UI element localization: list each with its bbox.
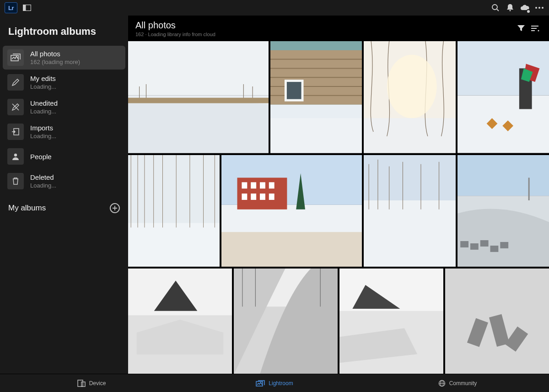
photo-thumbnail[interactable] (221, 155, 362, 267)
more-icon[interactable] (534, 3, 544, 13)
sidebar-item-label: All photos (30, 50, 80, 58)
svg-rect-59 (269, 182, 274, 188)
filter-icon[interactable] (514, 21, 528, 35)
app-logo: Lr (5, 2, 17, 13)
svg-rect-66 (364, 155, 455, 200)
photo-thumbnail[interactable] (234, 268, 338, 374)
svg-rect-22 (128, 98, 269, 103)
my-albums-label: My albums (8, 204, 46, 213)
svg-rect-16 (128, 41, 269, 96)
photo-thumbnail[interactable] (128, 155, 220, 267)
svg-point-6 (538, 7, 540, 9)
sidebar-item-sublabel: Loading... (30, 83, 56, 90)
sidebar-item-label: Unedited (30, 99, 58, 107)
bottom-tab-bar: Device Lightroom Community (0, 374, 549, 392)
svg-rect-61 (251, 193, 257, 200)
photo-grid (128, 41, 549, 374)
import-icon (7, 124, 24, 140)
pencil-icon (7, 74, 24, 91)
svg-point-2 (492, 5, 497, 10)
svg-rect-56 (242, 182, 248, 188)
svg-rect-65 (221, 232, 362, 267)
trash-icon (7, 173, 24, 189)
photo-thumbnail[interactable] (458, 155, 549, 267)
svg-rect-67 (364, 200, 455, 267)
svg-line-3 (497, 9, 499, 11)
svg-point-5 (535, 7, 537, 9)
tab-community[interactable]: Community (366, 380, 549, 387)
svg-rect-60 (242, 193, 248, 200)
svg-rect-100 (81, 382, 85, 387)
svg-point-11 (14, 154, 17, 156)
svg-rect-57 (251, 182, 257, 188)
sidebar-item-sublabel: Loading... (30, 133, 56, 140)
svg-rect-78 (480, 240, 488, 247)
svg-rect-79 (490, 245, 498, 252)
search-icon[interactable] (490, 3, 501, 13)
my-albums-header: My albums (3, 193, 125, 216)
person-icon (7, 148, 24, 165)
sort-icon[interactable] (528, 21, 542, 35)
sidebar-item-label: People (30, 153, 52, 161)
svg-point-7 (542, 7, 544, 9)
content-area: All photos 162 · Loading library info fr… (128, 16, 549, 374)
sidebar-item-sublabel: 162 (loading more) (30, 59, 80, 65)
sidebar-item-label: My edits (30, 75, 56, 82)
sidebar: Lightroom albums All photos 162 (loading… (0, 16, 128, 374)
tab-label: Community (449, 380, 477, 387)
tab-device[interactable]: Device (0, 380, 183, 387)
svg-point-4 (509, 10, 511, 11)
sidebar-item-sublabel: Loading... (30, 108, 58, 115)
no-edit-icon (7, 99, 24, 115)
sidebar-item-sublabel: Loading... (30, 182, 56, 189)
sidebar-item-people[interactable]: People (3, 145, 125, 168)
svg-rect-99 (78, 380, 83, 387)
sidebar-nav-list: All photos 162 (loading more) My edits L… (3, 46, 125, 193)
photo-thumbnail[interactable] (364, 41, 455, 153)
svg-line-9 (12, 104, 19, 110)
svg-rect-76 (460, 241, 468, 247)
sidebar-item-all-photos[interactable]: All photos 162 (loading more) (3, 46, 125, 70)
photo-thumbnail[interactable] (128, 41, 269, 153)
photo-thumbnail[interactable] (339, 268, 443, 374)
tab-label: Device (89, 380, 106, 387)
sidebar-item-my-edits[interactable]: My edits Loading... (3, 70, 125, 94)
photo-thumbnail[interactable] (445, 268, 549, 374)
add-album-button[interactable] (110, 203, 120, 213)
photo-thumbnail[interactable] (364, 155, 455, 267)
tab-lightroom[interactable]: Lightroom (183, 380, 366, 387)
sidebar-item-label: Imports (30, 124, 56, 132)
photo-thumbnail[interactable] (458, 41, 549, 153)
svg-rect-77 (470, 243, 479, 250)
svg-rect-62 (260, 193, 265, 200)
sidebar-item-imports[interactable]: Imports Loading... (3, 120, 125, 144)
svg-rect-38 (458, 96, 549, 153)
svg-rect-74 (458, 155, 549, 196)
tab-label: Lightroom (269, 380, 293, 387)
svg-rect-58 (260, 182, 265, 188)
panel-toggle-icon[interactable] (22, 3, 32, 13)
svg-rect-33 (270, 118, 362, 153)
svg-rect-80 (500, 242, 508, 248)
svg-point-15 (538, 30, 539, 32)
svg-rect-43 (128, 223, 220, 267)
svg-rect-1 (23, 5, 26, 11)
cloud-sync-icon[interactable] (520, 3, 530, 13)
photo-thumbnail[interactable] (128, 268, 232, 374)
sidebar-item-deleted[interactable]: Deleted Loading... (3, 169, 125, 193)
svg-point-36 (387, 55, 437, 118)
sidebar-title: Lightroom albums (3, 22, 125, 46)
top-bar: Lr (0, 0, 549, 16)
content-header: All photos 162 · Loading library info fr… (128, 16, 549, 41)
content-title: All photos (135, 20, 215, 31)
svg-rect-32 (286, 82, 301, 99)
notifications-icon[interactable] (505, 3, 515, 13)
svg-rect-63 (269, 193, 274, 200)
sidebar-item-unedited[interactable]: Unedited Loading... (3, 95, 125, 119)
content-subtitle: 162 · Loading library info from cloud (135, 32, 215, 37)
sidebar-item-label: Deleted (30, 173, 56, 181)
svg-rect-81 (528, 177, 529, 200)
image-stack-icon (7, 49, 24, 66)
photo-thumbnail[interactable] (270, 41, 362, 153)
